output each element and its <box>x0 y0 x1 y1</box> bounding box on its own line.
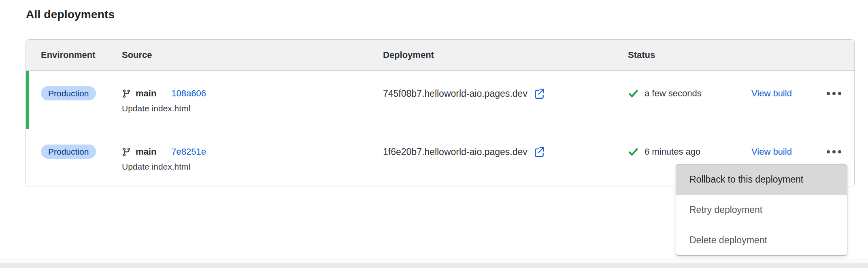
commit-message: Update index.html <box>122 104 383 113</box>
source-cell: main 108a606 Update index.html <box>122 86 383 113</box>
row-actions-button[interactable] <box>825 88 843 99</box>
deployment-url: 1f6e20b7.helloworld-aio.pages.dev <box>383 147 528 157</box>
status-time-text: a few seconds <box>645 88 702 99</box>
status-cell: a few seconds View build <box>628 86 854 101</box>
view-build-link[interactable]: View build <box>751 147 792 157</box>
status-cell: 6 minutes ago View build <box>628 145 854 159</box>
deployment-cell: 745f08b7.helloworld-aio.pages.dev <box>383 86 628 101</box>
environment-cell: Production <box>41 86 122 100</box>
column-header-environment: Environment <box>41 50 122 60</box>
commit-link[interactable]: 108a606 <box>171 88 206 99</box>
section-divider <box>0 258 868 268</box>
status-time: a few seconds <box>628 88 751 99</box>
check-icon <box>628 88 639 99</box>
environment-badge: Production <box>41 145 96 159</box>
status-time: 6 minutes ago <box>628 147 751 157</box>
column-header-source: Source <box>122 50 383 60</box>
check-icon <box>628 147 639 157</box>
table-row: Production main 108a606 Update index.htm… <box>26 71 854 129</box>
commit-message: Update index.html <box>122 162 383 172</box>
environment-badge: Production <box>41 86 96 100</box>
branch-name: main <box>136 147 156 157</box>
deployment-url: 745f08b7.helloworld-aio.pages.dev <box>383 88 528 99</box>
view-build-link[interactable]: View build <box>751 88 792 99</box>
row-actions-menu: Rollback to this deployment Retry deploy… <box>676 164 847 256</box>
external-link-icon[interactable] <box>534 147 545 157</box>
column-header-status: Status <box>628 50 854 60</box>
environment-cell: Production <box>41 145 122 159</box>
table-header-row: Environment Source Deployment Status <box>26 40 854 71</box>
status-time-text: 6 minutes ago <box>645 147 700 157</box>
ellipsis-icon <box>827 92 830 95</box>
page-title: All deployments <box>26 8 115 21</box>
git-branch-icon <box>122 89 131 98</box>
menu-item-delete[interactable]: Delete deployment <box>676 225 847 255</box>
commit-link[interactable]: 7e8251e <box>171 147 206 157</box>
branch-name: main <box>136 88 156 99</box>
menu-item-rollback[interactable]: Rollback to this deployment <box>676 164 847 195</box>
source-cell: main 7e8251e Update index.html <box>122 145 383 172</box>
column-header-deployment: Deployment <box>383 50 628 60</box>
ellipsis-icon <box>827 150 830 153</box>
git-branch-icon <box>122 147 131 157</box>
menu-item-retry[interactable]: Retry deployment <box>676 195 847 225</box>
row-actions-button[interactable] <box>825 146 843 157</box>
deployment-cell: 1f6e20b7.helloworld-aio.pages.dev <box>383 145 628 159</box>
external-link-icon[interactable] <box>534 88 545 99</box>
